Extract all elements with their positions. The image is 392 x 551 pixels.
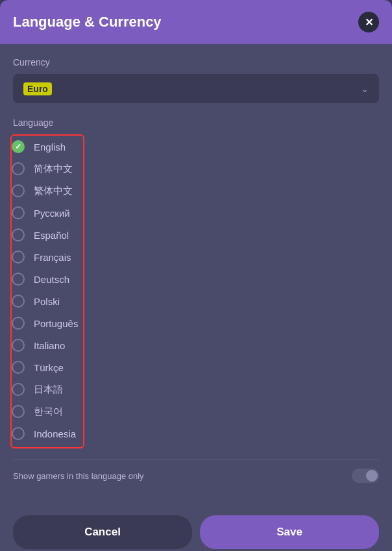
language-item-korean[interactable]: 한국어 (12, 400, 78, 422)
language-name-russian: Русский (34, 208, 70, 219)
radio-portuguese (12, 317, 25, 330)
language-currency-dialog: Language & Currency ✕ Currency Euro ⌄ La… (0, 0, 392, 551)
radio-russian (12, 206, 25, 219)
language-item-polish[interactable]: Polski (12, 290, 78, 312)
toggle-row: Show gamers in this language only (13, 459, 379, 492)
language-name-indonesian: Indonesia (34, 428, 76, 439)
dialog-body: Currency Euro ⌄ Language English简体中文繁体中文… (0, 44, 392, 505)
language-item-japanese[interactable]: 日本語 (12, 378, 78, 400)
language-item-spanish[interactable]: Español (12, 224, 78, 246)
language-name-german: Deutsch (34, 274, 69, 285)
radio-polish (12, 295, 25, 308)
currency-label: Currency (13, 57, 379, 67)
language-label: Language (13, 117, 379, 128)
language-section: Language English简体中文繁体中文РусскийEspañolFr… (13, 117, 379, 448)
language-name-english: English (34, 141, 66, 153)
language-item-traditional-chinese[interactable]: 繁体中文 (12, 180, 78, 202)
language-item-italian[interactable]: Italiano (12, 334, 78, 356)
language-item-indonesian[interactable]: Indonesia (12, 422, 78, 445)
currency-value: Euro (23, 83, 52, 94)
save-button[interactable]: Save (200, 515, 379, 549)
language-name-spanish: Español (34, 230, 69, 241)
dialog-title: Language & Currency (13, 14, 162, 31)
currency-dropdown[interactable]: Euro ⌄ (13, 74, 379, 103)
language-toggle[interactable] (352, 469, 379, 483)
language-item-simplified-chinese[interactable]: 简体中文 (12, 158, 78, 180)
radio-korean (12, 405, 25, 418)
radio-turkish (12, 361, 25, 374)
radio-german (12, 273, 25, 286)
language-item-portuguese[interactable]: Português (12, 312, 78, 334)
language-name-japanese: 日本語 (34, 384, 63, 396)
toggle-label: Show gamers in this language only (13, 471, 144, 481)
radio-simplified-chinese (12, 162, 25, 175)
language-name-turkish: Türkçe (34, 362, 64, 373)
language-item-french[interactable]: Français (12, 246, 78, 268)
radio-indonesian (12, 427, 25, 440)
language-name-korean: 한국어 (34, 406, 63, 418)
language-name-polish: Polski (34, 296, 60, 307)
chevron-down-icon: ⌄ (361, 84, 369, 94)
language-item-english[interactable]: English (12, 136, 78, 158)
cancel-button[interactable]: Cancel (13, 515, 192, 549)
radio-italian (12, 339, 25, 352)
language-name-italian: Italiano (34, 340, 65, 351)
language-name-simplified-chinese: 简体中文 (34, 163, 73, 175)
radio-traditional-chinese (12, 184, 25, 197)
language-name-portuguese: Português (34, 318, 78, 329)
currency-selected: Euro (23, 82, 52, 95)
language-name-traditional-chinese: 繁体中文 (34, 185, 73, 197)
dialog-header: Language & Currency ✕ (0, 0, 392, 44)
language-item-russian[interactable]: Русский (12, 202, 78, 224)
toggle-knob (366, 470, 378, 482)
language-item-german[interactable]: Deutsch (12, 268, 78, 290)
language-list: English简体中文繁体中文РусскийEspañolFrançaisDeu… (13, 134, 379, 448)
radio-english (12, 140, 25, 153)
radio-japanese (12, 383, 25, 396)
radio-spanish (12, 228, 25, 241)
dialog-footer: Cancel Save (0, 505, 392, 551)
language-name-french: Français (34, 252, 71, 263)
radio-french (12, 251, 25, 263)
language-item-turkish[interactable]: Türkçe (12, 356, 78, 378)
close-button[interactable]: ✕ (358, 12, 379, 32)
